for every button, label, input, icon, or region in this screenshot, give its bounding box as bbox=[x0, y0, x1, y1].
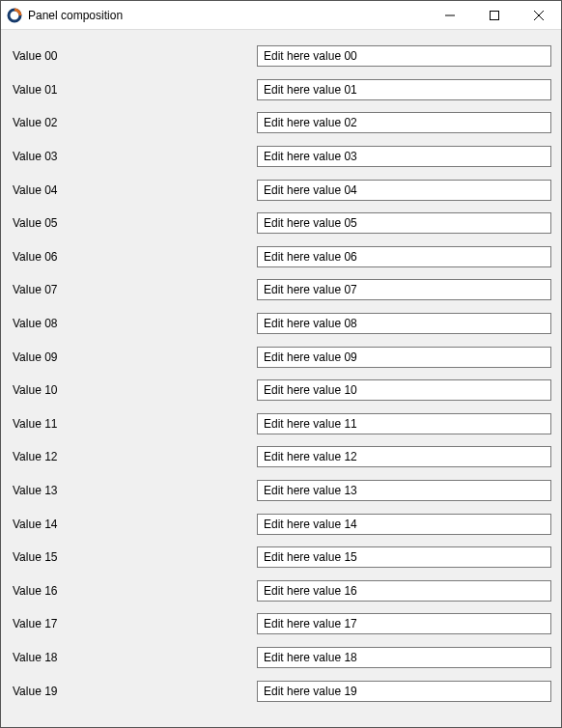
value-input-04[interactable] bbox=[257, 180, 551, 201]
value-label-01: Value 01 bbox=[11, 83, 257, 97]
form-row: Value 16 bbox=[11, 574, 551, 608]
form-row: Value 10 bbox=[11, 374, 551, 407]
value-label-18: Value 18 bbox=[11, 651, 257, 664]
form-row: Value 08 bbox=[11, 307, 551, 341]
value-input-08[interactable] bbox=[257, 313, 551, 334]
value-label-13: Value 13 bbox=[11, 484, 257, 497]
value-label-00: Value 00 bbox=[11, 49, 257, 63]
value-label-16: Value 16 bbox=[11, 584, 257, 598]
form-row: Value 14 bbox=[11, 507, 551, 541]
value-input-01[interactable] bbox=[257, 79, 551, 100]
value-input-11[interactable] bbox=[257, 413, 551, 434]
close-button[interactable] bbox=[517, 1, 561, 29]
form-row: Value 02 bbox=[11, 106, 551, 140]
value-input-05[interactable] bbox=[257, 212, 551, 234]
value-input-13[interactable] bbox=[257, 480, 551, 501]
form-row: Value 15 bbox=[11, 541, 551, 574]
value-label-14: Value 14 bbox=[11, 518, 257, 531]
value-label-15: Value 15 bbox=[11, 550, 257, 564]
value-input-02[interactable] bbox=[257, 112, 551, 133]
svg-rect-2 bbox=[491, 11, 499, 19]
value-label-10: Value 10 bbox=[11, 383, 257, 397]
value-label-05: Value 05 bbox=[11, 216, 257, 230]
value-input-10[interactable] bbox=[257, 379, 551, 401]
value-input-16[interactable] bbox=[257, 580, 551, 602]
value-label-12: Value 12 bbox=[11, 450, 257, 463]
window-controls bbox=[428, 1, 561, 29]
value-input-03[interactable] bbox=[257, 146, 551, 167]
value-input-06[interactable] bbox=[257, 246, 551, 267]
form-row: Value 00 bbox=[11, 40, 551, 73]
value-input-17[interactable] bbox=[257, 613, 551, 634]
value-label-19: Value 19 bbox=[11, 685, 257, 698]
value-label-04: Value 04 bbox=[11, 183, 257, 197]
form-row: Value 17 bbox=[11, 607, 551, 641]
form-row: Value 13 bbox=[11, 474, 551, 508]
form-row: Value 04 bbox=[11, 173, 551, 207]
window-title: Panel composition bbox=[28, 9, 428, 22]
value-input-18[interactable] bbox=[257, 647, 551, 668]
value-label-09: Value 09 bbox=[11, 350, 257, 364]
minimize-button[interactable] bbox=[428, 1, 472, 29]
form-row: Value 18 bbox=[11, 641, 551, 675]
form-row: Value 03 bbox=[11, 140, 551, 174]
value-input-19[interactable] bbox=[257, 681, 551, 702]
value-label-08: Value 08 bbox=[11, 317, 257, 330]
value-label-03: Value 03 bbox=[11, 150, 257, 163]
value-input-00[interactable] bbox=[257, 45, 551, 67]
form-row: Value 09 bbox=[11, 340, 551, 374]
form-row: Value 19 bbox=[11, 674, 551, 708]
value-label-17: Value 17 bbox=[11, 617, 257, 630]
value-label-02: Value 02 bbox=[11, 116, 257, 129]
form-row: Value 11 bbox=[11, 407, 551, 441]
value-input-14[interactable] bbox=[257, 514, 551, 535]
maximize-button[interactable] bbox=[472, 1, 517, 29]
form-row: Value 05 bbox=[11, 207, 551, 240]
value-input-15[interactable] bbox=[257, 546, 551, 568]
app-icon bbox=[7, 8, 22, 23]
value-input-07[interactable] bbox=[257, 279, 551, 300]
form-panel: Value 00Value 01Value 02Value 03Value 04… bbox=[1, 30, 561, 727]
value-label-07: Value 07 bbox=[11, 283, 257, 296]
value-label-11: Value 11 bbox=[11, 417, 257, 431]
form-row: Value 12 bbox=[11, 440, 551, 474]
value-input-09[interactable] bbox=[257, 347, 551, 368]
form-row: Value 07 bbox=[11, 273, 551, 307]
value-label-06: Value 06 bbox=[11, 250, 257, 264]
titlebar: Panel composition bbox=[1, 1, 561, 30]
form-row: Value 01 bbox=[11, 73, 551, 107]
value-input-12[interactable] bbox=[257, 446, 551, 467]
form-row: Value 06 bbox=[11, 240, 551, 274]
